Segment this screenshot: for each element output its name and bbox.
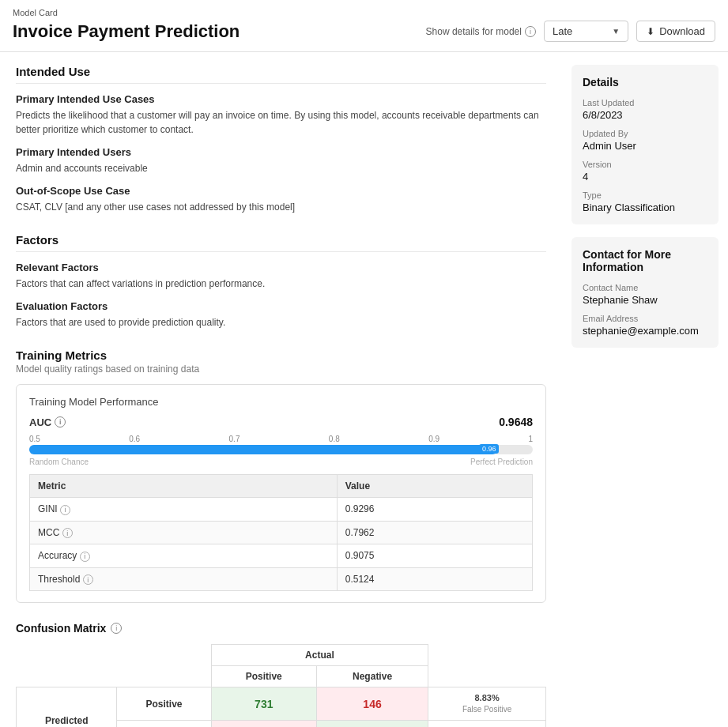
content-area: Intended Use Primary Intended Use Cases … [0, 52, 562, 727]
email-label: Email Address [583, 314, 707, 323]
info-icon[interactable]: i [525, 26, 536, 37]
empty-cell-2 [117, 645, 211, 666]
training-metrics-section: Training Metrics Model quality ratings b… [16, 348, 546, 603]
page: Model Card Invoice Payment Prediction Sh… [0, 0, 728, 727]
header-controls: Show details for model i Late ▼ ⬇ Downlo… [426, 21, 715, 42]
metric-value-cell: 0.7962 [337, 521, 532, 544]
confusion-matrix-title: Confusion Matrix [16, 622, 106, 635]
performance-card: Training Model Performance AUC i 0.9648 … [16, 384, 546, 603]
training-metrics-subtitle: Model quality ratings based on training … [16, 364, 546, 375]
metric-col-header: Metric [30, 475, 338, 498]
predicted-positive-label: Positive [117, 687, 211, 721]
empty-cell-3 [428, 645, 546, 666]
updated-by-value: Admin User [583, 140, 707, 152]
perfect-prediction-label: Perfect Prediction [470, 458, 533, 466]
metric-name-cell: Threshold i [30, 567, 338, 591]
version-label: Version [583, 160, 707, 169]
false-positive-stat: 8.83% False Positive [428, 687, 546, 721]
confusion-matrix-section: Confusion Matrix i Actual [16, 622, 546, 727]
auc-value: 0.9648 [499, 416, 533, 428]
false-positive-value: 146 [316, 687, 428, 721]
metric-row: MCC i0.7962 [30, 521, 533, 544]
relevant-factors-label: Relevant Factors [16, 262, 546, 273]
metric-row: GINI i0.9296 [30, 498, 533, 522]
factors-title: Factors [16, 233, 546, 252]
sidebar: Details Last Updated 6/8/2023 Updated By… [562, 52, 728, 727]
contact-name-label: Contact Name [583, 283, 707, 292]
evaluation-factors-text: Factors that are used to provide predict… [16, 315, 546, 330]
perf-card-title: Training Model Performance [29, 396, 533, 408]
last-updated-label: Last Updated [583, 98, 707, 107]
evaluation-factors-label: Evaluation Factors [16, 300, 546, 312]
relevant-factors-text: Factors that can affect variations in pr… [16, 277, 546, 291]
factors-section: Factors Relevant Factors Factors that ca… [16, 233, 546, 330]
download-button[interactable]: ⬇ Download [636, 21, 715, 42]
true-positive-value: 731 [211, 687, 316, 721]
auc-info-icon[interactable]: i [55, 416, 66, 428]
predicted-label: Predicted [17, 687, 117, 728]
metric-value-cell: 0.9075 [337, 544, 532, 568]
empty-cell-5 [117, 666, 211, 687]
version-value: 4 [583, 171, 707, 183]
metric-name-cell: GINI i [30, 498, 338, 522]
primary-use-cases-label: Primary Intended Use Cases [16, 93, 546, 105]
type-label: Type [583, 190, 707, 200]
model-card-label: Model Card [13, 8, 715, 17]
actual-positive-header: Positive [211, 666, 316, 687]
out-of-scope-text: CSAT, CLV [and any other use cases not a… [16, 200, 546, 214]
value-col-header: Value [337, 475, 532, 498]
metric-value-cell: 0.9296 [337, 498, 532, 522]
auc-progress-bar: 0.96 [29, 445, 497, 454]
auc-label: AUC i [29, 416, 66, 428]
primary-use-cases-text: Predicts the likelihood that a customer … [16, 108, 546, 137]
predicted-negative-label: Negative [117, 721, 211, 727]
intended-use-section: Intended Use Primary Intended Use Cases … [16, 65, 546, 214]
empty-cell-6 [428, 666, 546, 687]
metric-name-cell: Accuracy i [30, 544, 338, 568]
intended-use-title: Intended Use [16, 65, 546, 84]
metric-row: Accuracy i0.9075 [30, 544, 533, 568]
false-positive-label: False Positive [435, 704, 539, 715]
metric-value-cell: 0.5124 [337, 567, 532, 591]
out-of-scope-label: Out-of-Scope Use Case [16, 185, 546, 197]
download-icon: ⬇ [647, 26, 654, 37]
show-details-label: Show details for model i [426, 26, 536, 37]
details-card: Details Last Updated 6/8/2023 Updated By… [571, 65, 719, 224]
contact-card-title: Contact for More Information [583, 248, 707, 273]
chance-row: Random Chance Perfect Prediction [29, 458, 533, 466]
actual-negative-header: Negative [316, 666, 428, 687]
updated-by-label: Updated By [583, 129, 707, 138]
actual-header: Actual [211, 645, 428, 666]
model-select[interactable]: Late ▼ [544, 21, 628, 42]
random-chance-label: Random Chance [29, 458, 89, 466]
scale-row: 0.5 0.6 0.7 0.8 0.9 1 [29, 435, 533, 443]
confusion-info-icon[interactable]: i [111, 623, 122, 634]
auc-progress-track: 0.96 [29, 445, 533, 454]
email-value: stephanie@example.com [583, 325, 707, 337]
false-negative-stat: 10.09% False Negative [428, 721, 546, 727]
false-negative-value: 82 [211, 721, 316, 727]
type-value: Binary Classification [583, 202, 707, 213]
empty-cell-1 [17, 645, 117, 666]
page-title: Invoice Payment Prediction [13, 21, 240, 42]
main-layout: Intended Use Primary Intended Use Cases … [0, 52, 728, 727]
metric-name-cell: MCC i [30, 521, 338, 544]
false-positive-pct: 8.83% [474, 693, 499, 703]
primary-users-label: Primary Intended Users [16, 146, 546, 158]
header: Model Card Invoice Payment Prediction Sh… [0, 0, 728, 52]
training-metrics-title: Training Metrics [16, 348, 546, 362]
empty-cell-4 [17, 666, 117, 687]
metric-row: Threshold i0.5124 [30, 567, 533, 591]
primary-users-text: Admin and accounts receivable [16, 161, 546, 175]
last-updated-value: 6/8/2023 [583, 109, 707, 121]
details-card-title: Details [583, 76, 707, 89]
confusion-matrix-table: Actual Positive Negative [16, 644, 546, 727]
progress-label: 0.96 [479, 444, 500, 454]
chevron-down-icon: ▼ [612, 27, 620, 36]
contact-card: Contact for More Information Contact Nam… [571, 237, 719, 348]
true-negative-value: 1507 [316, 721, 428, 727]
metrics-table: Metric Value GINI i0.9296MCC i0.7962Accu… [29, 474, 533, 591]
contact-name-value: Stephanie Shaw [583, 294, 707, 306]
